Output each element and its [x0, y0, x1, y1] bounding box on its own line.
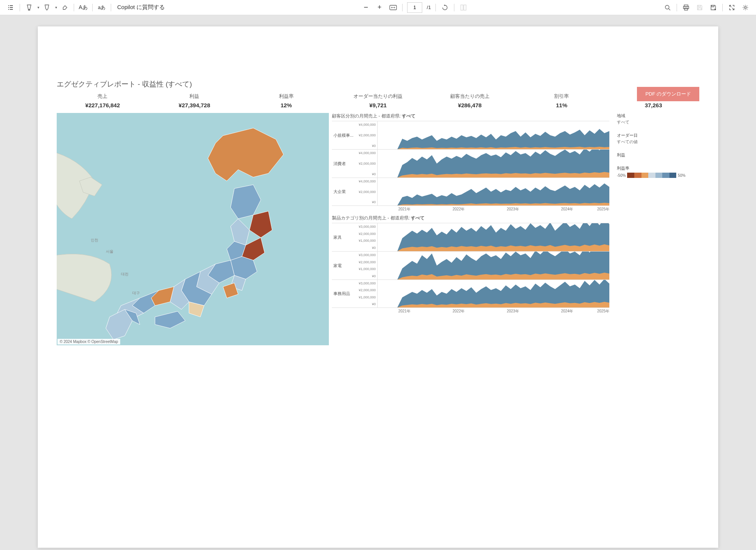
map-attribution: © 2024 Mapbox © OpenStreetMap — [57, 339, 120, 345]
fullscreen-icon[interactable] — [726, 2, 738, 14]
svg-rect-6 — [685, 8, 688, 10]
svg-text:서울: 서울 — [106, 249, 113, 253]
chart-row-label: 小規模事... — [332, 133, 355, 138]
kpi-label: 顧客当たりの売上 — [424, 93, 516, 100]
page-number-input[interactable] — [407, 2, 422, 13]
kpi-value: 12% — [240, 102, 332, 108]
print-icon[interactable] — [680, 2, 692, 14]
profit-legend-label: 利益 — [617, 152, 699, 158]
chart-title-prefix: 製品カテゴリ別の月間売上 - 都道府県: — [332, 215, 411, 221]
region-filter-label: 地域 — [617, 113, 699, 119]
profit-ratio-legend-label: 利益率 — [617, 165, 699, 171]
pen-icon[interactable] — [41, 2, 53, 14]
kpi-value: ¥27,394,728 — [149, 102, 240, 108]
chart-title-filter: すべて — [411, 215, 424, 221]
svg-rect-1 — [461, 5, 463, 10]
highlighter-icon[interactable] — [23, 2, 35, 14]
svg-rect-5 — [683, 6, 689, 9]
save-icon[interactable] — [694, 2, 706, 14]
kpi-value: 11% — [516, 102, 607, 108]
filters-sidebar: 地域 すべて オーダー日 すべての値 利益 利益率 -50% 50% — [612, 113, 699, 345]
svg-point-7 — [745, 6, 747, 8]
search-icon[interactable] — [662, 2, 674, 14]
text-size-icon[interactable]: Aあ — [77, 2, 89, 14]
svg-text:인천: 인천 — [91, 238, 98, 242]
pdf-viewer-toolbar: ▾ ▾ Aあ aあ Copilot に質問する − + /1 — [0, 0, 756, 15]
save-as-icon[interactable] — [707, 2, 719, 14]
legend-gradient — [627, 173, 676, 178]
kpi-value: ¥9,721 — [332, 102, 424, 108]
date-filter-label: オーダー日 — [617, 133, 699, 138]
chevron-down-icon[interactable]: ▾ — [55, 5, 57, 9]
kpi-label: オーダー当たりの利益 — [332, 93, 424, 100]
legend-min: -50% — [617, 173, 626, 178]
svg-rect-2 — [464, 5, 466, 10]
chart-row-label: 大企業 — [332, 189, 355, 195]
fit-width-icon[interactable] — [387, 2, 399, 14]
chart-row-label: 消費者 — [332, 161, 355, 167]
outline-icon[interactable] — [5, 2, 17, 14]
chart-title-prefix: 顧客区分別の月間売上 - 都道府県: — [332, 113, 402, 119]
pdf-page: PDF のダウンロード エグゼクティブレポート - 収益性 (すべて) 売上¥2… — [38, 26, 718, 548]
chart-title-filter: すべて — [402, 113, 415, 119]
copilot-button[interactable]: Copilot に質問する — [114, 4, 168, 11]
kpi-label: 利益率 — [240, 93, 332, 100]
page-view-icon[interactable] — [457, 2, 469, 14]
chart-row-label: 家具 — [332, 235, 355, 240]
page-total-label: /1 — [425, 5, 432, 10]
kpi-value: ¥286,478 — [424, 102, 516, 108]
chevron-down-icon[interactable]: ▾ — [37, 5, 39, 9]
chart-row-label: 事務用品 — [332, 291, 355, 297]
kpi-label: 利益 — [149, 93, 240, 100]
kpi-value: 37,263 — [607, 102, 699, 108]
chart-row-label: 家電 — [332, 263, 355, 269]
customer-segment-chart: 顧客区分別の月間売上 - 都道府県: すべて 小規模事...¥4,000,000… — [332, 113, 609, 212]
zoom-out-icon[interactable]: − — [360, 2, 372, 14]
kpi-label: 売上 — [57, 93, 149, 100]
settings-icon[interactable] — [739, 2, 751, 14]
svg-point-3 — [665, 5, 669, 9]
pdf-download-button[interactable]: PDF のダウンロード — [637, 87, 699, 101]
legend-max: 50% — [678, 173, 685, 178]
kpi-label: 割引率 — [516, 93, 607, 100]
region-filter-value[interactable]: すべて — [617, 119, 699, 125]
report-title: エグゼクティブレポート - 収益性 (すべて) — [57, 79, 699, 89]
rotate-icon[interactable] — [439, 2, 451, 14]
svg-text:대구: 대구 — [132, 291, 140, 295]
zoom-in-icon[interactable]: + — [373, 2, 386, 14]
date-filter-value[interactable]: すべての値 — [617, 139, 699, 145]
translate-icon[interactable]: aあ — [96, 2, 108, 14]
kpi-row: 売上¥227,176,842 利益¥27,394,728 利益率12% オーダー… — [57, 93, 699, 108]
japan-map[interactable]: 인천 서울 대전 대구 © 2024 Mapbox © OpenStreetMa… — [57, 113, 329, 345]
kpi-value: ¥227,176,842 — [57, 102, 149, 108]
svg-text:대전: 대전 — [121, 272, 129, 276]
eraser-icon[interactable] — [59, 2, 71, 14]
product-category-chart: 製品カテゴリ別の月間売上 - 都道府県: すべて 家具¥3,000,000¥2,… — [332, 215, 609, 314]
